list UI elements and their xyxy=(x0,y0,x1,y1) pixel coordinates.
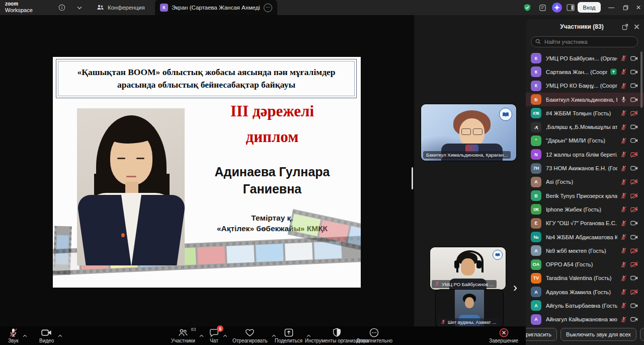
participant-avatar: " xyxy=(531,135,541,146)
more-button[interactable]: Дополнительно xyxy=(356,328,392,343)
participant-row[interactable]: КСартаева Жан... (Соорганизатор) xyxy=(526,65,644,79)
popout-icon[interactable] xyxy=(621,23,629,31)
participant-name: №4 ЖББМ Абдисаматова Ку... (Гость) xyxy=(546,234,617,240)
chevron-down-icon[interactable] xyxy=(75,4,84,12)
participant-avatar: ,қ xyxy=(531,122,541,132)
participant-name: OPPO A54 (Гость) xyxy=(546,261,617,267)
participant-row[interactable]: КУМЦ РО КО Бақңұ... (Соорганизатор) xyxy=(526,79,644,93)
participant-search[interactable] xyxy=(531,36,638,47)
camera-off-icon xyxy=(630,152,638,158)
host-tools-shield-icon xyxy=(333,328,341,337)
panel-more-button[interactable]: ⋯ xyxy=(640,328,644,341)
chevron-up-icon[interactable] xyxy=(223,330,227,339)
tab-conference[interactable]: Конференция xyxy=(92,0,150,15)
camera-icon xyxy=(630,220,638,226)
toolbar-label: Звук xyxy=(8,338,19,343)
participant-row[interactable]: АAsi (Гость) xyxy=(526,175,644,189)
participant-row[interactable]: №№4 ЖББМ Абдисаматова Ку... (Гость) xyxy=(526,230,644,244)
participants-scrollbar[interactable] xyxy=(640,51,642,108)
login-button[interactable]: Вход xyxy=(578,2,601,13)
participant-row[interactable]: ВBerik Tynys Приозерск қалас... (Гость) xyxy=(526,189,644,202)
participant-avatar: IЖ xyxy=(531,204,541,215)
muted-mic-icon xyxy=(620,110,627,116)
video-thumbnail-2[interactable]: УМЦ РО Байбусинов ... xyxy=(430,247,506,290)
participant-row[interactable]: N12 жалпы орта білім береті... (Гость) xyxy=(526,148,644,161)
participant-row[interactable]: TVTaradina Valentina (Гость) xyxy=(526,271,644,285)
participant-row[interactable]: 7Н73 НОМ Акижанов Е.Н. (Гость) xyxy=(526,161,644,175)
participant-avatar: Б xyxy=(531,94,541,105)
camera-icon xyxy=(630,124,638,130)
tab-more-icon[interactable]: ⋯ xyxy=(264,4,272,12)
react-button[interactable]: Отреагировать xyxy=(232,328,268,343)
camera-icon xyxy=(630,69,638,75)
school-logo-icon xyxy=(493,250,503,260)
chevron-up-icon[interactable] xyxy=(58,330,62,339)
participant-name: КГУ "ОШ √7" Роганова Е.С. (Гость) xyxy=(546,220,617,226)
tab-screen-share[interactable]: К Экран (Сартаева Жансая Ахмеді ⋯ xyxy=(155,0,277,15)
participant-avatar: А xyxy=(531,287,541,297)
participant-row[interactable]: ББакиткул Химальдиновна, Қ... (Гость) xyxy=(526,93,644,106)
layout-panel-icon[interactable] xyxy=(567,4,575,12)
participant-row[interactable]: КУМЦ РО Байбусин... (Организатор, я) xyxy=(526,51,644,65)
muted-mic-icon xyxy=(441,319,446,325)
muted-mic-icon xyxy=(620,234,627,240)
video-thumbnail-1[interactable]: Бакиткул Химальдиновна, Қараған... xyxy=(421,104,516,161)
shared-screen-area: «Қашықтан BOOM» облыстық жобасы аясында … xyxy=(0,15,414,326)
participant-row[interactable]: ЕКГУ "ОШ √7" Роганова Е.С. (Гость) xyxy=(526,217,644,230)
share-scrollbar[interactable] xyxy=(412,167,413,189)
toolbar-label: Поделиться xyxy=(275,338,302,343)
participant-row[interactable]: ОАOPPO A54 (Гость) xyxy=(526,257,644,271)
participant-row[interactable]: А№9 жбб мектеп (Гость) xyxy=(526,244,644,257)
end-meeting-button[interactable]: Завершение xyxy=(489,328,518,343)
participant-row[interactable]: ААйнагул Кайыржановна жю... (Гость) xyxy=(526,313,644,326)
window-close-button[interactable]: ✕ xyxy=(633,3,643,12)
participant-row[interactable]: ААдауова Жамила (Гость) xyxy=(526,285,644,299)
participant-name: Сартаева Жан... (Соорганизатор) xyxy=(546,69,607,75)
participant-name: "Дарын" ММЛИ (Гость) xyxy=(546,137,617,144)
muted-mic-icon xyxy=(620,151,627,158)
video-button[interactable]: Видео xyxy=(39,328,54,343)
participant-row[interactable]: ААйгуль Батырбаевна (Гость) xyxy=(526,299,644,312)
people-icon xyxy=(97,4,104,12)
titlebar: zoomWorkspace Конференция К Экран (Сарта… xyxy=(0,0,644,15)
search-input[interactable] xyxy=(543,38,633,45)
tab-avatar: К xyxy=(160,4,168,12)
school-logo-icon xyxy=(499,108,512,121)
chevron-up-icon[interactable] xyxy=(199,330,204,339)
participant-name: 12 жалпы орта білім береті... (Гость) xyxy=(546,152,617,158)
participant-avatar: Е xyxy=(531,218,541,229)
participant-name: УМЦ РО КО Бақңұ... (Соорганизатор) xyxy=(546,83,617,89)
window-maximize-button[interactable] xyxy=(620,3,630,12)
participant-avatar: А xyxy=(531,245,541,256)
close-panel-icon[interactable]: ✕ xyxy=(632,23,641,31)
ai-companion-icon[interactable] xyxy=(551,2,562,13)
next-videos-chevron[interactable]: › xyxy=(509,280,521,295)
muted-mic-icon xyxy=(620,206,627,213)
participant-name: Адауова Жамила (Гость) xyxy=(546,289,617,295)
participants-button[interactable]: 83Участники xyxy=(171,328,195,343)
window-minimize-button[interactable]: — xyxy=(606,3,616,12)
mute-button[interactable]: Звук xyxy=(8,328,19,343)
video-name-label: УМЦ РО Байбусинов ... xyxy=(432,280,497,288)
more-icon xyxy=(369,328,379,337)
share-screen-icon xyxy=(284,328,293,337)
mute-all-button[interactable]: Выключить звук для всех xyxy=(560,328,636,341)
share-button[interactable]: Поделиться xyxy=(275,328,302,343)
chat-button[interactable]: 5Чат xyxy=(209,328,219,343)
participant-avatar: TV xyxy=(531,273,541,284)
notes-icon[interactable] xyxy=(538,4,546,12)
security-shield-icon[interactable] xyxy=(523,4,531,12)
heart-icon xyxy=(245,328,255,337)
chevron-up-icon[interactable] xyxy=(23,330,27,339)
camera-icon xyxy=(630,275,638,281)
participant-row[interactable]: IЖIphone Жибек (Гость) xyxy=(526,202,644,216)
participant-row[interactable]: ,қ,Балқаш қ.,Б.Момышұлы ат... (Гость) xyxy=(526,120,644,133)
toolbar-label: Видео xyxy=(39,338,54,343)
video-thumbnail-3[interactable]: Шет ауданы, Азамат ... xyxy=(436,290,503,328)
participant-row[interactable]: ""Дарын" ММЛИ (Гость) xyxy=(526,134,644,148)
info-icon[interactable] xyxy=(58,4,66,12)
participant-row[interactable]: #Ж#4 ЖББМ Толқын (Гость) xyxy=(526,106,644,120)
camera-icon xyxy=(630,83,638,89)
participant-avatar: А xyxy=(531,300,541,311)
zoom-logo: zoomWorkspace xyxy=(5,1,33,13)
